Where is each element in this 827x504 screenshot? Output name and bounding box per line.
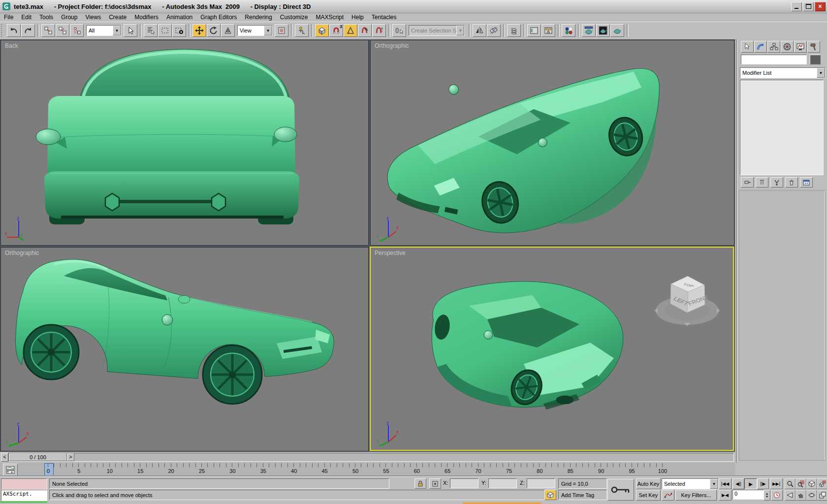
coord-z-field[interactable]: [527, 478, 555, 488]
align-icon[interactable]: [487, 24, 501, 37]
select-and-manipulate-icon[interactable]: [295, 24, 309, 37]
viewport-perspective[interactable]: Perspective: [371, 248, 733, 450]
layer-manager-icon[interactable]: [507, 24, 521, 37]
tab-modify[interactable]: [754, 41, 767, 53]
viewport-label[interactable]: Orthographic: [5, 250, 39, 256]
zoom-button[interactable]: [785, 478, 795, 489]
minimize-button[interactable]: [791, 2, 802, 11]
time-slider-handle[interactable]: 0 / 100: [9, 453, 67, 461]
menu-item-customize[interactable]: Customize: [276, 13, 312, 22]
adaptive-degradation-toggle[interactable]: [544, 490, 556, 500]
maximize-viewport-toggle-button[interactable]: [817, 490, 827, 501]
time-slider-track[interactable]: 0 / 100 >: [8, 453, 734, 462]
maximize-button[interactable]: [803, 2, 814, 11]
mirror-icon[interactable]: [473, 24, 486, 37]
schematic-view-icon[interactable]: [541, 24, 555, 37]
zoom-extents-button[interactable]: [806, 478, 817, 489]
menu-item-edit[interactable]: Edit: [17, 13, 35, 22]
select-and-rotate-icon[interactable]: [207, 24, 221, 37]
menu-item-animation[interactable]: Animation: [162, 13, 196, 22]
select-object-icon[interactable]: [124, 24, 137, 37]
go-to-start-button[interactable]: |◀◀: [719, 478, 732, 489]
orbit-button[interactable]: [806, 490, 817, 501]
rectangular-selection-region-icon[interactable]: [158, 24, 172, 37]
auto-key-button[interactable]: Auto Key: [636, 478, 661, 489]
make-unique-button[interactable]: [770, 177, 783, 188]
coord-x-field[interactable]: [450, 478, 478, 488]
field-of-view-button[interactable]: [785, 490, 795, 501]
material-editor-icon[interactable]: [562, 24, 575, 37]
car-model-side-view[interactable]: [1, 248, 368, 451]
default-tangent-button[interactable]: [662, 490, 674, 501]
maxscript-listener-pink-field[interactable]: [1, 478, 47, 490]
snap-mode-icon[interactable]: 3: [329, 24, 343, 37]
select-and-scale-icon[interactable]: [221, 24, 235, 37]
viewport-orthographic-top[interactable]: Orthographic: [371, 40, 734, 245]
tab-hierarchy[interactable]: [767, 41, 780, 53]
go-to-end-button[interactable]: ▶▶|: [770, 478, 783, 489]
key-mode-dropdown[interactable]: Selected ▼: [662, 478, 719, 489]
maxscript-listener-input-field[interactable]: [1, 490, 47, 501]
percent-snap-icon[interactable]: %: [358, 24, 372, 37]
next-frame-button[interactable]: ||▶: [757, 478, 769, 489]
remove-modifier-button[interactable]: [785, 177, 798, 188]
menu-item-tentacles[interactable]: Tentacles: [368, 13, 401, 22]
viewport-label[interactable]: Orthographic: [375, 42, 409, 49]
show-end-result-button[interactable]: [756, 177, 768, 188]
time-slider-back-button[interactable]: <: [1, 453, 8, 462]
select-and-move-icon[interactable]: [192, 24, 206, 37]
set-key-toggle-button[interactable]: [607, 479, 634, 501]
spinner-snap-icon[interactable]: [372, 24, 386, 37]
menu-item-modifiers[interactable]: Modifiers: [130, 13, 162, 22]
close-button[interactable]: ×: [815, 2, 826, 11]
selection-lock-toggle[interactable]: [414, 478, 426, 489]
render-setup-icon[interactable]: [582, 24, 596, 37]
key-filters-button[interactable]: Key Filters...: [675, 490, 717, 501]
object-color-swatch[interactable]: [810, 55, 821, 64]
modifier-list-dropdown[interactable]: Modifier List ▼: [740, 67, 826, 78]
car-model-back-view[interactable]: [1, 40, 368, 245]
select-and-link-icon[interactable]: [41, 24, 55, 37]
coord-y-input[interactable]: [489, 479, 516, 485]
open-mini-curve-editor-button[interactable]: [3, 464, 18, 476]
viewport-label[interactable]: Perspective: [375, 250, 406, 256]
play-button[interactable]: ▶: [744, 478, 757, 489]
tab-motion[interactable]: [781, 41, 794, 53]
set-key-button[interactable]: Set Key: [636, 490, 661, 501]
configure-modifier-sets-button[interactable]: [800, 177, 813, 188]
bind-to-spacewarp-icon[interactable]: [70, 24, 84, 37]
redo-icon[interactable]: [21, 24, 35, 37]
named-selection-dropdown[interactable]: Create Selection Set ▼: [409, 25, 465, 36]
menu-item-graph-editors[interactable]: Graph Editors: [196, 13, 241, 22]
viewport-back[interactable]: Back: [1, 40, 368, 245]
select-by-name-icon[interactable]: [144, 24, 158, 37]
object-name-input[interactable]: [741, 56, 806, 62]
tab-create[interactable]: [741, 41, 754, 53]
curve-editor-icon[interactable]: [527, 24, 541, 37]
key-mode-toggle-button[interactable]: ▶◀: [719, 490, 732, 501]
tab-display[interactable]: [794, 41, 807, 53]
view-cube[interactable]: TOP LEFT FRONT: [652, 264, 722, 326]
menu-item-tools[interactable]: Tools: [35, 13, 57, 22]
track-bar-ruler[interactable]: 0510152025303540455055606570758085909510…: [0, 463, 735, 477]
current-frame-field[interactable]: [732, 490, 764, 500]
viewport-orthographic-bottom[interactable]: Orthographic: [1, 248, 368, 451]
object-name-field[interactable]: [741, 55, 807, 64]
toolbar-drag-handle[interactable]: [1, 24, 5, 37]
unlink-selection-icon[interactable]: [56, 24, 69, 37]
car-model-orthographic-view[interactable]: [371, 40, 734, 245]
pan-button[interactable]: [795, 490, 806, 501]
coord-y-field[interactable]: [488, 478, 517, 488]
time-configuration-button[interactable]: [771, 490, 783, 501]
add-time-tag-button[interactable]: Add Time Tag: [558, 490, 607, 500]
current-frame-input[interactable]: [733, 491, 763, 497]
menu-item-create[interactable]: Create: [105, 13, 130, 22]
maxscript-listener-input[interactable]: [1, 491, 47, 497]
zoom-all-button[interactable]: [795, 478, 806, 489]
menu-item-views[interactable]: Views: [81, 13, 105, 22]
zoom-extents-all-button[interactable]: [817, 478, 827, 489]
menu-item-help[interactable]: Help: [348, 13, 368, 22]
window-crossing-toggle-icon[interactable]: [172, 24, 186, 37]
coord-z-input[interactable]: [527, 479, 555, 485]
time-slider-forward-button[interactable]: >: [67, 453, 74, 461]
